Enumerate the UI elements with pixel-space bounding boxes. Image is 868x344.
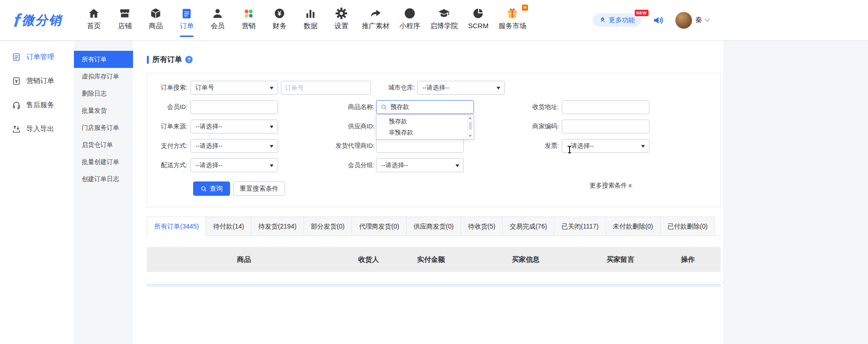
- reset-search-button[interactable]: 重置搜索条件: [233, 181, 285, 196]
- gift-icon: [506, 7, 518, 19]
- order-management-icon: [12, 53, 21, 61]
- submenu-item-store-service-orders[interactable]: 门店服务订单: [74, 119, 133, 136]
- data-icon: [304, 7, 316, 19]
- column-header-buyer-message: 买家留言: [586, 255, 655, 264]
- more-features-button[interactable]: 更多功能 NEW: [593, 13, 641, 27]
- product-name-dropdown: 预存款 非预存款: [376, 115, 474, 139]
- tab-pending-payment[interactable]: 待付款(14): [206, 217, 251, 236]
- sidebar-item-import-export[interactable]: 导入导出: [0, 117, 74, 141]
- nav-item-goods[interactable]: 商品: [145, 7, 166, 30]
- avatar: [675, 12, 692, 29]
- delivery-method-label: 配送方式:: [147, 161, 190, 169]
- tab-pending-shipment[interactable]: 待发货(2194): [251, 217, 303, 236]
- more-search-conditions-link[interactable]: 更多搜索条件 »: [589, 181, 632, 190]
- hot-badge: H: [522, 5, 528, 11]
- address-input[interactable]: [562, 100, 649, 114]
- new-badge: NEW: [635, 10, 649, 16]
- address-label: 收货地址:: [474, 103, 562, 111]
- sidebar-item-order-management[interactable]: 订单管理: [0, 45, 74, 69]
- dropdown-scrollbar[interactable]: [467, 115, 473, 139]
- nav-item-promo-material[interactable]: 推广素材: [362, 7, 389, 30]
- dropdown-option[interactable]: 非预存款: [376, 127, 473, 138]
- product-name-combo-input[interactable]: 预存款: [376, 100, 474, 114]
- shipping-agent-id-input[interactable]: [376, 139, 464, 153]
- merchant-code-label: 商家编码:: [474, 122, 562, 131]
- invoice-select[interactable]: --请选择--: [562, 139, 649, 153]
- submenu-item-qihuo-warehouse-orders[interactable]: 启货仓订单: [74, 136, 133, 153]
- tab-paid-deleted[interactable]: 已付款删除(0): [661, 217, 715, 236]
- city-warehouse-select[interactable]: --请选择--: [417, 81, 505, 95]
- order-no-input[interactable]: [281, 81, 371, 95]
- merchant-code-input[interactable]: [562, 120, 649, 133]
- scroll-down-arrow-icon[interactable]: [469, 135, 472, 137]
- dropdown-option[interactable]: 预存款: [376, 116, 473, 127]
- nav-item-orders[interactable]: 订单: [176, 7, 197, 30]
- sidebar: 订单管理 营销订单 售后服务 导入导出: [0, 41, 74, 344]
- sidebar-item-after-sales[interactable]: 售后服务: [0, 93, 74, 117]
- tab-pending-receipt[interactable]: 待收货(5): [461, 217, 503, 236]
- page-title: 所有订单: [152, 55, 182, 65]
- pay-method-select[interactable]: --请选择--: [190, 139, 278, 153]
- scrm-pie-icon: [472, 7, 484, 19]
- submenu-item-batch-create-orders[interactable]: 批量创建订单: [74, 153, 133, 170]
- scrollbar-thumb[interactable]: [469, 122, 472, 130]
- submenu-item-all-orders[interactable]: 所有订单: [74, 51, 133, 68]
- brand-logo[interactable]: f 微分销: [14, 11, 62, 30]
- content-outer: 所有订单 ? 订单搜索: 订单号 城市仓库: --请选择-- 会员ID: 商品名…: [133, 41, 868, 344]
- first-order-row-partial: [147, 284, 721, 287]
- nav-item-data[interactable]: 数据: [300, 7, 321, 30]
- delivery-method-select[interactable]: --请选择--: [190, 158, 278, 172]
- product-name-label: 商品名称:: [278, 103, 376, 111]
- nav-item-settings[interactable]: 设置: [331, 7, 352, 30]
- column-header-consignee: 收货人: [341, 255, 396, 264]
- tab-agent-shipment[interactable]: 代理商发货(0): [352, 217, 407, 236]
- order-search-type-select[interactable]: 订单号: [190, 81, 278, 95]
- text-cursor: [569, 146, 570, 153]
- submenu-item-virtual-stock-orders[interactable]: 虚拟库存订单: [74, 68, 133, 85]
- tab-all-orders[interactable]: 所有订单(3445): [147, 217, 206, 236]
- member-group-select[interactable]: --请选择--: [376, 158, 464, 172]
- nav-item-finance[interactable]: ¥ 财务: [269, 7, 290, 30]
- help-icon[interactable]: ?: [185, 56, 193, 63]
- order-source-label: 订单来源:: [147, 122, 190, 131]
- home-icon: [88, 7, 100, 19]
- nav-item-scrm[interactable]: SCRM: [467, 7, 489, 30]
- nav-item-service-market[interactable]: H 服务市场: [498, 7, 526, 30]
- chevron-down-icon: [704, 16, 710, 21]
- miniprogram-icon: [404, 7, 416, 19]
- svg-text:¥: ¥: [278, 10, 281, 17]
- nav-item-miniprogram[interactable]: 小程序: [399, 7, 420, 30]
- member-icon: [212, 7, 224, 19]
- search-button[interactable]: 查询: [193, 181, 230, 196]
- user-menu[interactable]: 秦: [675, 12, 709, 29]
- tab-filler: [715, 217, 721, 236]
- topbar-right: 更多功能 NEW 秦: [593, 0, 709, 40]
- tab-completed[interactable]: 交易完成(76): [503, 217, 554, 236]
- column-header-buyer-info: 买家信息: [466, 255, 586, 264]
- search-icon: [200, 186, 207, 192]
- sidebar-item-marketing-orders[interactable]: 营销订单: [0, 69, 74, 93]
- brand-logo-text: 微分销: [22, 12, 62, 29]
- submenu-item-batch-shipping[interactable]: 批量发货: [74, 102, 133, 119]
- filter-row-4: 支付方式: --请选择-- 发货代理商ID: 发票: --请选择--: [147, 139, 720, 153]
- submenu-item-create-order-logs[interactable]: 创建订单日志: [74, 170, 133, 187]
- member-id-input[interactable]: [190, 100, 278, 114]
- speaker-icon[interactable]: [652, 14, 664, 26]
- nav-item-marketing[interactable]: 营销: [238, 7, 259, 30]
- submenu-item-delete-logs[interactable]: 删除日志: [74, 85, 133, 102]
- nav-item-members[interactable]: 会员: [207, 7, 228, 30]
- nav-item-academy[interactable]: 启博学院: [430, 7, 458, 30]
- nav-item-shop[interactable]: 店铺: [114, 7, 135, 30]
- order-source-select[interactable]: --请选择--: [190, 120, 278, 133]
- tab-closed[interactable]: 已关闭(1117): [554, 217, 606, 236]
- marketing-orders-icon: [12, 77, 21, 85]
- tab-supplier-shipment[interactable]: 供应商发货(0): [407, 217, 461, 236]
- scroll-up-arrow-icon[interactable]: [469, 117, 472, 119]
- tab-partial-shipment[interactable]: 部分发货(0): [304, 217, 352, 236]
- nav-item-home[interactable]: 首页: [83, 7, 104, 30]
- import-export-icon: [12, 125, 21, 133]
- tab-unpaid-deleted[interactable]: 未付款删除(0): [606, 217, 661, 236]
- graduation-cap-icon: [438, 7, 450, 19]
- marketing-icon: [243, 7, 255, 19]
- filter-row-2: 会员ID: 商品名称: 预存款 预存款 非预存款: [147, 100, 720, 114]
